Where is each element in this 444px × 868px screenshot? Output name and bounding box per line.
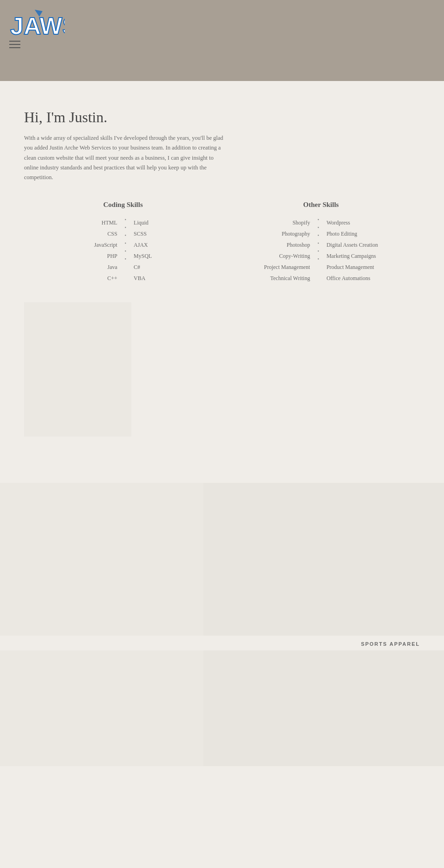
coding-skills-column: Coding Skills HTML CSS JavaScript PHP Ja… (24, 201, 222, 284)
other-skills-title: Other Skills (222, 201, 420, 209)
bullet-6: • (125, 256, 127, 262)
sports-apparel-label: SPORTS APPAREL (0, 636, 444, 650)
obullet-2: • (317, 225, 319, 230)
other-separator: • • • • • • (314, 217, 323, 284)
portfolio-item-2 (204, 483, 444, 636)
skill-photography: Photography (264, 228, 310, 239)
skill-html: HTML (94, 217, 117, 228)
portfolio-item-3 (0, 650, 204, 766)
hamburger-line-2 (9, 44, 20, 45)
logo-area: .logo-letter { font-family: Arial Black,… (9, 7, 435, 37)
skill-technical-writing: Technical Writing (264, 273, 310, 284)
skill-java: Java (94, 262, 117, 273)
obullet-4: • (317, 241, 319, 246)
other-left: Shopify Photography Photoshop Copy-Writi… (264, 217, 310, 284)
skill-vba: VBA (134, 273, 152, 284)
bullet-5: • (125, 249, 127, 254)
skill-cpp: C++ (94, 273, 117, 284)
skill-liquid: Liquid (134, 217, 152, 228)
bullet-1: • (125, 217, 127, 222)
skills-section: Coding Skills HTML CSS JavaScript PHP Ja… (24, 201, 420, 284)
portfolio-section: SPORTS APPAREL (0, 483, 444, 766)
obullet-1: • (317, 217, 319, 222)
skill-mysql: MySQL (134, 250, 152, 262)
skill-scss: SCSS (134, 228, 152, 239)
coding-separator: • • • • • • (121, 217, 130, 284)
hamburger-menu[interactable] (9, 41, 20, 48)
logo-image: .logo-letter { font-family: Arial Black,… (9, 7, 65, 37)
skill-project-management: Project Management (264, 262, 310, 273)
logo-text: JAWS (10, 12, 65, 37)
skill-photo-editing: Photo Editing (327, 228, 378, 239)
coding-skills-title: Coding Skills (24, 201, 222, 209)
other-skills-grid: Shopify Photography Photoshop Copy-Writi… (222, 217, 420, 284)
hamburger-line-3 (9, 47, 20, 48)
bullet-4: • (125, 241, 127, 246)
skill-php: PHP (94, 250, 117, 262)
coding-skills-grid: HTML CSS JavaScript PHP Java C++ • • • •… (24, 217, 222, 284)
obullet-5: • (317, 249, 319, 254)
skill-photoshop: Photoshop (264, 239, 310, 250)
hamburger-line-1 (9, 41, 20, 42)
portfolio-item-4 (204, 650, 444, 766)
main-content: Hi, I'm Justin. With a wide array of spe… (0, 81, 444, 483)
portfolio-row-1 (0, 483, 444, 636)
portfolio-row-2 (0, 650, 444, 766)
coding-left: HTML CSS JavaScript PHP Java C++ (94, 217, 117, 284)
skill-marketing: Marketing Campaigns (327, 250, 378, 262)
portfolio-item-1 (0, 483, 204, 636)
obullet-3: • (317, 233, 319, 238)
skill-product-management: Product Management (327, 262, 378, 273)
skill-javascript: JavaScript (94, 239, 117, 250)
skill-digital-assets: Digital Assets Creation (327, 239, 378, 250)
skill-copywriting: Copy-Writing (264, 250, 310, 262)
skill-css: CSS (94, 228, 117, 239)
bullet-3: • (125, 233, 127, 238)
skill-shopify: Shopify (264, 217, 310, 228)
intro-body: With a wide array of specialized skills … (24, 133, 228, 182)
skill-office-automations: Office Automations (327, 273, 378, 284)
skill-wordpress: Wordpress (327, 217, 378, 228)
other-skills-column: Other Skills Shopify Photography Photosh… (222, 201, 420, 284)
skill-ajax: AJAX (134, 239, 152, 250)
bullet-2: • (125, 225, 127, 230)
site-header: .logo-letter { font-family: Arial Black,… (0, 0, 444, 81)
profile-image-placeholder (24, 302, 131, 437)
skill-csharp: C# (134, 262, 152, 273)
other-right: Wordpress Photo Editing Digital Assets C… (327, 217, 378, 284)
intro-title: Hi, I'm Justin. (24, 109, 420, 126)
obullet-6: • (317, 256, 319, 262)
coding-right: Liquid SCSS AJAX MySQL C# VBA (134, 217, 152, 284)
